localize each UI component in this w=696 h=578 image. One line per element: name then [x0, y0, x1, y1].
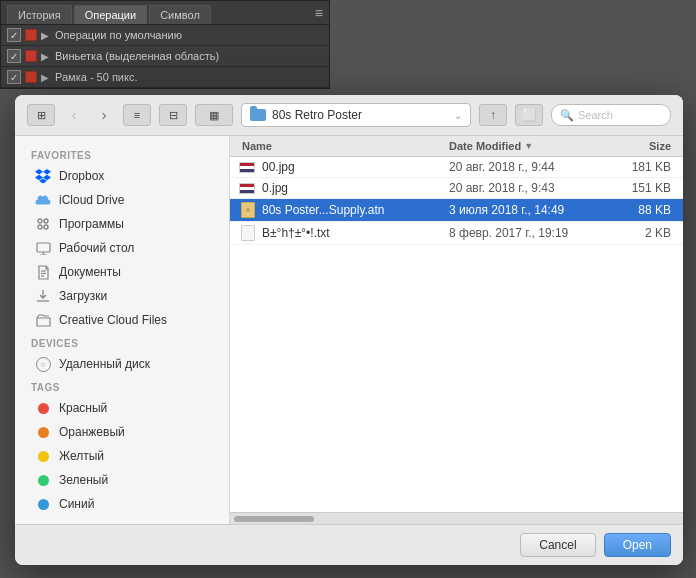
sidebar-label-apps: Программы	[59, 217, 124, 231]
yellow-dot	[38, 451, 49, 462]
cc-files-icon	[35, 312, 51, 328]
sidebar-item-downloads[interactable]: Загрузки	[19, 284, 225, 308]
view-list-btn[interactable]: ≡	[123, 104, 151, 126]
cancel-button[interactable]: Cancel	[520, 533, 595, 557]
file-icon-atn: A	[238, 202, 258, 218]
sidebar-item-remote-disk[interactable]: ○ Удаленный диск	[19, 352, 225, 376]
file-list-header: Name Date Modified ▼ Size	[230, 136, 683, 157]
tag-orange-icon	[35, 424, 51, 440]
svg-rect-4	[37, 243, 50, 252]
tab-symbol[interactable]: Символ	[149, 5, 211, 24]
sidebar-label-red: Красный	[59, 401, 107, 415]
txt-file-icon	[241, 225, 255, 241]
search-icon: 🔍	[560, 109, 574, 122]
folder-icon	[250, 109, 266, 121]
file-list: 00.jpg 20 авг. 2018 г., 9:44 181 KB 0.jp…	[230, 157, 683, 512]
search-box[interactable]: 🔍 Search	[551, 104, 671, 126]
scroll-thumb[interactable]	[234, 516, 314, 522]
tab-history[interactable]: История	[7, 5, 72, 24]
dialog-toolbar: ⊞ ‹ › ≡ ⊟ ▦ 80s Retro Poster ⌄ ↑ ⬜ 🔍 Sea…	[15, 95, 683, 136]
icloud-icon	[35, 192, 51, 208]
expand-icon-3[interactable]: ▶	[41, 72, 49, 83]
tag-blue-icon	[35, 496, 51, 512]
back-button[interactable]: ‹	[63, 104, 85, 126]
sidebar-item-cc-files[interactable]: Creative Cloud Files	[19, 308, 225, 332]
svg-point-1	[44, 219, 48, 223]
file-size-2: 151 KB	[605, 181, 675, 195]
file-date-2: 20 авг. 2018 г., 9:43	[445, 181, 605, 195]
photoshop-background: История Операции Символ ≡ ✓ ▶ Операции п…	[0, 0, 696, 578]
apps-icon	[35, 216, 51, 232]
col-date-header[interactable]: Date Modified ▼	[445, 140, 605, 152]
sidebar-item-tag-red[interactable]: Красный	[19, 396, 225, 420]
table-row[interactable]: 0.jpg 20 авг. 2018 г., 9:43 151 KB	[230, 178, 683, 199]
sidebar-item-tag-green[interactable]: Зеленый	[19, 468, 225, 492]
orange-dot	[38, 427, 49, 438]
file-name-4: B±°h†±°•!.txt	[258, 226, 445, 240]
forward-button[interactable]: ›	[93, 104, 115, 126]
col-name-header[interactable]: Name	[238, 140, 445, 152]
action-color-3	[25, 71, 37, 83]
file-date-4: 8 февр. 2017 г., 19:19	[445, 226, 605, 240]
desktop-icon	[35, 240, 51, 256]
tag-green-icon	[35, 472, 51, 488]
file-list-container: Name Date Modified ▼ Size 00.jpg 20 а	[230, 136, 683, 524]
file-open-dialog: ⊞ ‹ › ≡ ⊟ ▦ 80s Retro Poster ⌄ ↑ ⬜ 🔍 Sea…	[15, 95, 683, 565]
sidebar-label-desktop: Рабочий стол	[59, 241, 134, 255]
red-dot	[38, 403, 49, 414]
sidebar-item-icloud[interactable]: iCloud Drive	[19, 188, 225, 212]
sidebar-item-apps[interactable]: Программы	[19, 212, 225, 236]
disk-icon: ○	[36, 357, 51, 372]
open-button[interactable]: Open	[604, 533, 671, 557]
actions-panel: История Операции Символ ≡ ✓ ▶ Операции п…	[0, 0, 330, 89]
action-checkbox-2[interactable]: ✓	[7, 49, 21, 63]
share-button[interactable]: ↑	[479, 104, 507, 126]
expand-icon-1[interactable]: ▶	[41, 30, 49, 41]
sidebar-label-icloud: iCloud Drive	[59, 193, 124, 207]
action-checkbox-3[interactable]: ✓	[7, 70, 21, 84]
view-gallery-btn[interactable]: ▦	[195, 104, 233, 126]
location-text: 80s Retro Poster	[272, 108, 448, 122]
file-name-3: 80s Poster...Supply.atn	[258, 203, 445, 217]
tags-section-label: Tags	[15, 376, 229, 396]
sidebar-label-cc-files: Creative Cloud Files	[59, 313, 167, 327]
tab-operations[interactable]: Операции	[74, 5, 147, 24]
sidebar-label-green: Зеленый	[59, 473, 108, 487]
sidebar-item-desktop[interactable]: Рабочий стол	[19, 236, 225, 260]
new-folder-button[interactable]: ⬜	[515, 104, 543, 126]
sidebar-label-yellow: Желтый	[59, 449, 104, 463]
sidebar-item-tag-orange[interactable]: Оранжевый	[19, 420, 225, 444]
horizontal-scrollbar[interactable]	[230, 512, 683, 524]
table-row[interactable]: 00.jpg 20 авг. 2018 г., 9:44 181 KB	[230, 157, 683, 178]
remote-disk-icon: ○	[35, 356, 51, 372]
action-row-frame: ✓ ▶ Рамка - 50 пикс.	[1, 67, 329, 88]
svg-point-2	[38, 225, 42, 229]
dialog-footer: Cancel Open	[15, 524, 683, 565]
sidebar-item-dropbox[interactable]: Dropbox	[19, 164, 225, 188]
panel-menu-icon[interactable]: ≡	[315, 5, 323, 24]
col-size-header[interactable]: Size	[605, 140, 675, 152]
documents-icon	[35, 264, 51, 280]
sidebar-item-tag-blue[interactable]: Синий	[19, 492, 225, 516]
jpg-flag-icon-2	[239, 183, 255, 194]
sidebar-label-dropbox: Dropbox	[59, 169, 104, 183]
table-row[interactable]: A 80s Poster...Supply.atn 3 июля 2018 г.…	[230, 199, 683, 222]
file-icon-jpg1	[238, 162, 258, 173]
sidebar-item-documents[interactable]: Документы	[19, 260, 225, 284]
file-size-4: 2 KB	[605, 226, 675, 240]
file-icon-jpg2	[238, 183, 258, 194]
action-checkbox-1[interactable]: ✓	[7, 28, 21, 42]
action-color-2	[25, 50, 37, 62]
panel-tabs: История Операции Символ ≡	[1, 1, 329, 25]
action-row-vignette: ✓ ▶ Виньетка (выделенная область)	[1, 46, 329, 67]
expand-icon-2[interactable]: ▶	[41, 51, 49, 62]
dialog-body: Favorites Dropbox iCloud Drive	[15, 136, 683, 524]
table-row[interactable]: B±°h†±°•!.txt 8 февр. 2017 г., 19:19 2 K…	[230, 222, 683, 245]
tag-yellow-icon	[35, 448, 51, 464]
sidebar-item-tag-yellow[interactable]: Желтый	[19, 444, 225, 468]
file-size-3: 88 KB	[605, 203, 675, 217]
action-row-default: ✓ ▶ Операции по умолчанию	[1, 25, 329, 46]
view-icon-btn[interactable]: ⊞	[27, 104, 55, 126]
view-column-btn[interactable]: ⊟	[159, 104, 187, 126]
file-date-3: 3 июля 2018 г., 14:49	[445, 203, 605, 217]
